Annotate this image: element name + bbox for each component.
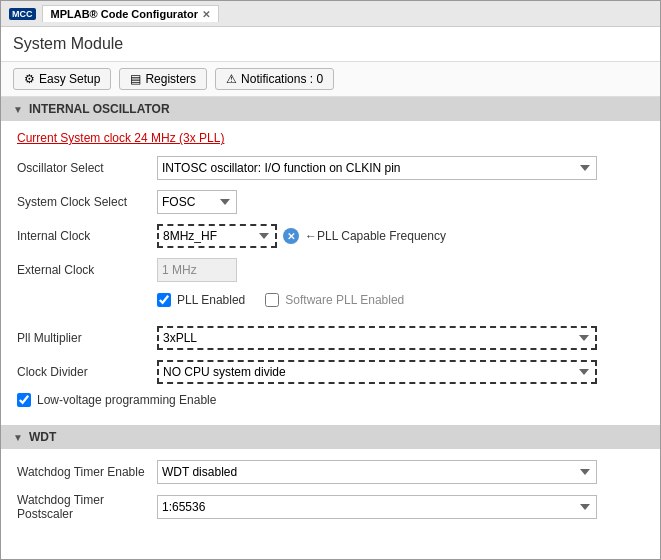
- internal-clock-label: Internal Clock: [17, 229, 157, 243]
- registers-button[interactable]: ▤ Registers: [119, 68, 207, 90]
- title-bar: MCC MPLAB® Code Configurator ✕: [1, 1, 660, 27]
- pll-enabled-row: PLL Enabled: [157, 293, 245, 307]
- internal-clock-row: Internal Clock 8MHz_HF ✕ ←PLL Capable Fr…: [17, 223, 644, 249]
- external-clock-input: [157, 258, 237, 282]
- watchdog-postscaler-label: Watchdog Timer Postscaler: [17, 493, 157, 521]
- clock-divider-row: Clock Divider NO CPU system divide: [17, 359, 644, 385]
- watchdog-enable-row: Watchdog Timer Enable WDT disabled: [17, 459, 644, 485]
- collapse-icon: ▼: [13, 104, 23, 115]
- pll-check-group: PLL Enabled Software PLL Enabled: [157, 293, 644, 315]
- toolbar: ⚙ Easy Setup ▤ Registers ⚠ Notifications…: [1, 62, 660, 97]
- mplab-icon: MCC: [9, 8, 36, 20]
- clock-divider-control: NO CPU system divide: [157, 360, 644, 384]
- easy-setup-button[interactable]: ⚙ Easy Setup: [13, 68, 111, 90]
- pll-multiplier-label: Pll Multiplier: [17, 331, 157, 345]
- easy-setup-icon: ⚙: [24, 72, 35, 86]
- wdt-header[interactable]: ▼ WDT: [1, 425, 660, 449]
- wdt-content: Watchdog Timer Enable WDT disabled Watch…: [1, 449, 660, 539]
- wdt-collapse-icon: ▼: [13, 432, 23, 443]
- warning-icon: ⚠: [226, 72, 237, 86]
- watchdog-postscaler-row: Watchdog Timer Postscaler 1:65536: [17, 493, 644, 521]
- internal-clock-dropdown[interactable]: 8MHz_HF: [157, 224, 277, 248]
- watchdog-postscaler-control: 1:65536: [157, 495, 644, 519]
- internal-oscillator-content: Current System clock 24 MHz (3x PLL) Osc…: [1, 121, 660, 425]
- pll-row: PLL Enabled Software PLL Enabled: [17, 291, 644, 317]
- oscillator-select-control: INTOSC oscillator: I/O function on CLKIN…: [157, 156, 644, 180]
- main-tab[interactable]: MPLAB® Code Configurator ✕: [42, 5, 219, 22]
- pll-multiplier-row: Pll Multiplier 3xPLL: [17, 325, 644, 351]
- software-pll-checkbox[interactable]: [265, 293, 279, 307]
- registers-icon: ▤: [130, 72, 141, 86]
- software-pll-row: Software PLL Enabled: [265, 293, 404, 307]
- tab-label: MPLAB® Code Configurator: [51, 8, 198, 20]
- registers-label: Registers: [145, 72, 196, 86]
- internal-clock-control: 8MHz_HF ✕ ←PLL Capable Frequency: [157, 224, 644, 248]
- pll-multiplier-control: 3xPLL: [157, 326, 644, 350]
- system-clock-control: FOSC: [157, 190, 644, 214]
- clock-divider-dropdown[interactable]: NO CPU system divide: [157, 360, 597, 384]
- easy-setup-label: Easy Setup: [39, 72, 100, 86]
- notifications-label: Notifications : 0: [241, 72, 323, 86]
- pll-capable-label: ←PLL Capable Frequency: [305, 229, 446, 243]
- pll-enabled-label: PLL Enabled: [177, 293, 245, 307]
- pll-badge[interactable]: ✕: [283, 228, 299, 244]
- current-clock-label[interactable]: Current System clock 24 MHz (3x PLL): [17, 131, 644, 145]
- external-clock-control: [157, 258, 644, 282]
- external-clock-label: External Clock: [17, 263, 157, 277]
- system-clock-row: System Clock Select FOSC: [17, 189, 644, 215]
- external-clock-row: External Clock: [17, 257, 644, 283]
- close-tab-button[interactable]: ✕: [202, 9, 210, 20]
- notifications-button[interactable]: ⚠ Notifications : 0: [215, 68, 334, 90]
- low-voltage-label: Low-voltage programming Enable: [37, 393, 216, 407]
- oscillator-select-dropdown[interactable]: INTOSC oscillator: I/O function on CLKIN…: [157, 156, 597, 180]
- watchdog-enable-dropdown[interactable]: WDT disabled: [157, 460, 597, 484]
- pll-enabled-checkbox[interactable]: [157, 293, 171, 307]
- watchdog-enable-label: Watchdog Timer Enable: [17, 465, 157, 479]
- content-area: ▼ INTERNAL OSCILLATOR Current System clo…: [1, 97, 660, 559]
- watchdog-enable-control: WDT disabled: [157, 460, 644, 484]
- main-window: MCC MPLAB® Code Configurator ✕ System Mo…: [0, 0, 661, 560]
- wdt-title: WDT: [29, 430, 56, 444]
- clock-divider-label: Clock Divider: [17, 365, 157, 379]
- internal-oscillator-title: INTERNAL OSCILLATOR: [29, 102, 170, 116]
- system-clock-dropdown[interactable]: FOSC: [157, 190, 237, 214]
- system-clock-label: System Clock Select: [17, 195, 157, 209]
- pll-multiplier-dropdown[interactable]: 3xPLL: [157, 326, 597, 350]
- internal-oscillator-header[interactable]: ▼ INTERNAL OSCILLATOR: [1, 97, 660, 121]
- oscillator-select-row: Oscillator Select INTOSC oscillator: I/O…: [17, 155, 644, 181]
- page-title: System Module: [1, 27, 660, 62]
- watchdog-postscaler-dropdown[interactable]: 1:65536: [157, 495, 597, 519]
- low-voltage-checkbox[interactable]: [17, 393, 31, 407]
- software-pll-label: Software PLL Enabled: [285, 293, 404, 307]
- oscillator-select-label: Oscillator Select: [17, 161, 157, 175]
- low-voltage-row: Low-voltage programming Enable: [17, 393, 644, 407]
